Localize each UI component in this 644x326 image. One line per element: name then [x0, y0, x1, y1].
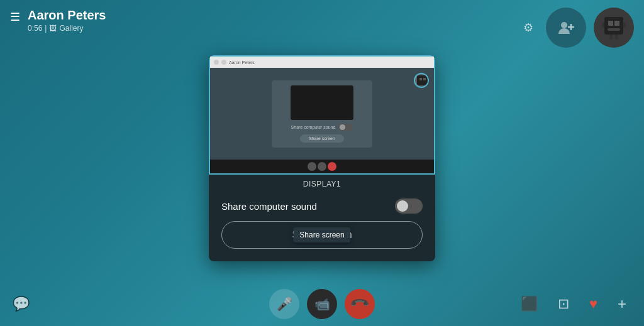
bottom-bar: 💬 🎤 📹 📞 ⬛ ⊡ ♥ +	[0, 282, 644, 326]
svg-rect-6	[608, 28, 620, 31]
preview-inner-card: Share computer sound Share screen	[272, 80, 372, 148]
bottom-right: ⬛ ⊡ ♥ +	[516, 290, 631, 318]
preview-taskbar	[210, 160, 434, 173]
screen-preview: Aaron Peters Share computer sound Share …	[209, 55, 435, 175]
header: ☰ Aaron Peters 0:56 | 🖼 Gallery ⚙	[0, 0, 644, 55]
call-subtitle: 0:56 | 🖼 Gallery	[28, 24, 106, 33]
preview-dot-2	[221, 60, 226, 65]
preview-topbar: Aaron Peters	[210, 57, 434, 68]
user-avatar[interactable]	[594, 8, 634, 48]
mic-button[interactable]: 🎤	[269, 289, 299, 319]
svg-rect-9	[602, 22, 604, 28]
svg-rect-7	[609, 35, 613, 40]
chat-icon[interactable]: 💬	[13, 296, 30, 312]
svg-rect-5	[614, 21, 619, 26]
sound-row: Share computer sound	[221, 198, 423, 214]
sound-toggle[interactable]	[395, 198, 423, 214]
svg-rect-8	[615, 35, 618, 40]
preview-window-title: Aaron Peters	[229, 60, 430, 65]
screen-share-icon[interactable]: ⬛	[516, 291, 543, 317]
preview-share-btn: Share screen	[300, 134, 344, 143]
preview-tb-btn-1	[308, 162, 316, 171]
video-button[interactable]: 📹	[307, 289, 337, 319]
bottom-center: 🎤 📹 📞	[269, 289, 375, 319]
preview-toggle	[339, 124, 353, 131]
preview-tb-btn-2	[318, 162, 326, 171]
svg-rect-3	[604, 17, 623, 35]
preview-sound-row: Share computer sound	[277, 124, 367, 131]
bottom-left: 💬	[13, 296, 30, 312]
gallery-icon: 🖼	[49, 24, 57, 33]
menu-icon[interactable]: ☰	[10, 10, 20, 24]
svg-point-0	[561, 22, 567, 28]
add-icon[interactable]: +	[613, 290, 631, 318]
preview-black-box	[291, 85, 353, 120]
preview-body: Share computer sound Share screen	[210, 68, 434, 160]
preview-controls	[213, 162, 431, 171]
fullscreen-icon[interactable]: ⊡	[553, 291, 574, 317]
end-call-button[interactable]: 📞	[345, 289, 375, 319]
svg-rect-13	[423, 78, 426, 80]
svg-rect-4	[608, 21, 613, 26]
video-icon: 📹	[314, 296, 330, 312]
call-time: 0:56	[28, 24, 42, 33]
svg-rect-11	[417, 75, 428, 85]
settings-icon[interactable]: ⚙	[518, 16, 538, 40]
heart-icon[interactable]: ♥	[584, 291, 602, 317]
preview-sound-label: Share computer sound	[291, 125, 336, 129]
share-screen-tooltip: Share screen	[293, 227, 350, 242]
preview-tb-btn-end	[328, 162, 336, 171]
preview-avatar	[414, 73, 429, 88]
header-title-block: Aaron Peters 0:56 | 🖼 Gallery	[28, 8, 106, 33]
preview-dot-1	[214, 60, 219, 65]
add-person-button[interactable]	[546, 8, 586, 48]
display-label: DISPLAY1	[209, 175, 435, 192]
subtitle-separator: |	[45, 24, 47, 33]
svg-rect-12	[419, 78, 422, 80]
header-right: ⚙	[518, 8, 634, 48]
call-view-label: Gallery	[59, 24, 83, 33]
end-call-icon: 📞	[349, 293, 371, 315]
sound-label: Share computer sound	[221, 201, 317, 212]
header-left: ☰ Aaron Peters 0:56 | 🖼 Gallery	[10, 8, 106, 33]
card-body: Share computer sound Share screen	[209, 192, 435, 261]
call-title: Aaron Peters	[28, 8, 106, 23]
svg-rect-10	[623, 22, 626, 28]
mic-icon: 🎤	[277, 296, 292, 312]
